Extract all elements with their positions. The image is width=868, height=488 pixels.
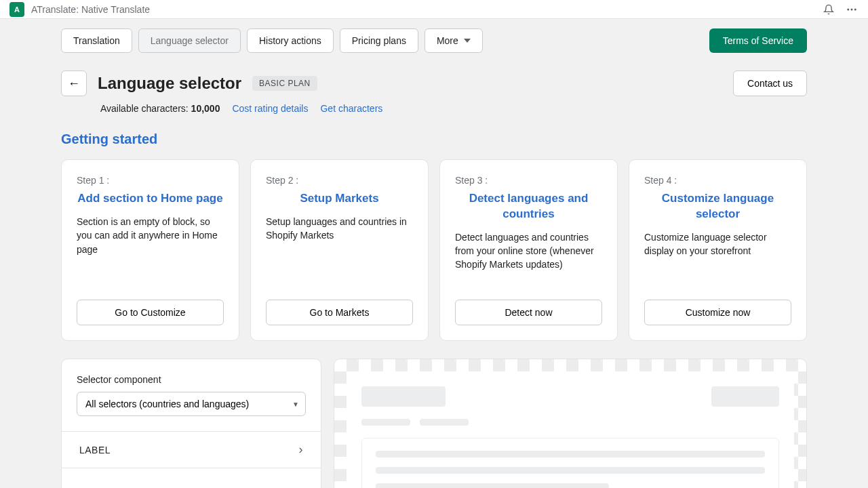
cost-rating-link[interactable]: Cost rating details <box>232 103 308 114</box>
get-characters-link[interactable]: Get characters <box>320 103 382 114</box>
tab-bar: Translation Language selector History ac… <box>61 19 807 65</box>
selector-component-select[interactable]: All selectors (countries and languages) <box>77 392 306 416</box>
tab-pricing[interactable]: Pricing plans <box>340 28 418 53</box>
available-count: 10,000 <box>191 103 220 114</box>
step-title: Customize language selector <box>644 191 791 222</box>
step-desc: Section is an empty of block, so you can… <box>77 215 224 256</box>
selector-component-panel: Selector component All selectors (countr… <box>61 359 321 488</box>
chevron-down-icon <box>464 39 471 43</box>
step-desc: Detect languages and countries from your… <box>455 230 602 272</box>
app-icon: A <box>9 2 24 17</box>
preview-skeleton <box>347 371 794 488</box>
page-title: Language selector <box>98 74 241 93</box>
detect-now-button[interactable]: Detect now <box>455 300 602 325</box>
step-title: Add section to Home page <box>77 191 224 207</box>
step-title: Detect languages and countries <box>455 191 602 222</box>
skeleton-line <box>376 467 765 474</box>
skeleton-block <box>361 386 446 407</box>
skeleton-block <box>711 386 779 407</box>
svg-point-0 <box>847 8 849 10</box>
svg-point-1 <box>851 8 853 10</box>
tab-more[interactable]: More <box>425 28 483 53</box>
svg-point-2 <box>854 8 856 10</box>
app-title: ATranslate: Native Translate <box>31 4 150 15</box>
go-to-customize-button[interactable]: Go to Customize <box>77 300 224 325</box>
arrow-left-icon: ← <box>68 77 80 91</box>
step-card-4: Step 4 : Customize language selector Cus… <box>629 159 807 341</box>
back-button[interactable]: ← <box>61 70 87 96</box>
skeleton-block <box>361 419 410 426</box>
step-card-1: Step 1 : Add section to Home page Sectio… <box>61 159 239 341</box>
step-desc: Customize language selector display on y… <box>644 230 791 258</box>
terms-of-service-button[interactable]: Terms of Service <box>709 28 807 53</box>
step-label: Step 1 : <box>77 175 224 186</box>
preview-panel <box>334 359 807 488</box>
accordion-label-text: LABEL <box>79 445 111 455</box>
step-card-2: Step 2 : Setup Markets Setup languages a… <box>250 159 429 341</box>
tab-history[interactable]: History actions <box>247 28 334 53</box>
step-label: Step 4 : <box>644 175 791 186</box>
skeleton-line <box>376 451 765 458</box>
step-card-3: Step 3 : Detect languages and countries … <box>439 159 618 341</box>
chevron-right-icon: › <box>299 443 304 457</box>
step-label: Step 2 : <box>266 175 413 186</box>
getting-started-heading: Getting started <box>61 114 807 159</box>
selector-component-label: Selector component <box>77 374 306 385</box>
tab-more-label: More <box>437 35 458 46</box>
accordion-label-item[interactable]: LABEL › <box>62 432 321 468</box>
skeleton-block <box>420 419 469 426</box>
customize-now-button[interactable]: Customize now <box>644 300 791 325</box>
step-desc: Setup languages and countries in Shopify… <box>266 215 413 243</box>
available-characters: Available characters: 10,000 <box>100 103 220 114</box>
more-icon[interactable] <box>845 3 859 16</box>
plan-badge: BASIC PLAN <box>252 76 317 91</box>
contact-us-button[interactable]: Contact us <box>733 70 807 96</box>
go-to-markets-button[interactable]: Go to Markets <box>266 300 413 325</box>
skeleton-line <box>376 483 609 488</box>
tab-language-selector[interactable]: Language selector <box>138 28 241 53</box>
step-title: Setup Markets <box>266 191 413 207</box>
getting-started-cards: Step 1 : Add section to Home page Sectio… <box>61 159 807 341</box>
available-label: Available characters: <box>100 103 191 114</box>
step-label: Step 3 : <box>455 175 602 186</box>
notification-icon[interactable] <box>822 3 835 16</box>
tab-translation[interactable]: Translation <box>61 28 132 53</box>
